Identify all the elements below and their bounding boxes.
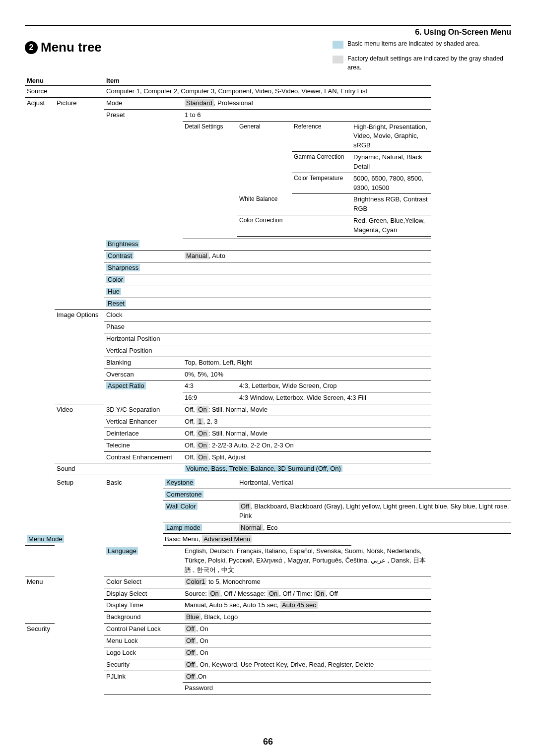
sub-picture-end xyxy=(55,298,104,310)
s-lang: Language xyxy=(104,546,183,576)
s-wall-vals: Off, Blackboard, Blackboard (Gray), Ligh… xyxy=(237,501,511,522)
sub-menu-end xyxy=(25,612,55,624)
sec-ll-vals: Off, On xyxy=(183,647,431,659)
ds-cc: Color Correction xyxy=(237,215,351,237)
sec-sec: Security xyxy=(104,659,183,671)
ds-wb: White Balance xyxy=(237,194,351,215)
legend-basic-text: Basic menu items are indicated by shaded… xyxy=(347,40,511,49)
sec-ml-vals: Off, On xyxy=(183,635,431,647)
sub-io-end xyxy=(55,392,104,404)
ds-general: General xyxy=(237,121,292,194)
io-blanking: Blanking xyxy=(104,357,183,369)
io-phase: Phase xyxy=(104,321,183,333)
sub-basic-end xyxy=(25,546,55,576)
item-mode: Mode xyxy=(104,97,183,109)
v-cenh-vals: Off, On, Split, Adjust xyxy=(183,451,431,463)
source-values: Computer 1, Computer 2, Computer 3, Comp… xyxy=(104,86,431,98)
sub-picture: Picture xyxy=(55,97,104,298)
sec-cpl-vals: Off, On xyxy=(183,624,431,635)
s-lamp: Lamp mode xyxy=(163,522,237,534)
preset-value: 1 to 6 xyxy=(183,109,431,121)
detail-settings: Detail Settings xyxy=(183,121,237,236)
v-tele-vals: Off, On: 2-2/2-3 Auto, 2-2 On, 2-3 On xyxy=(183,440,431,451)
io-aspect-43v: 4:3, Letterbox, Wide Screen, Crop xyxy=(237,380,431,392)
ds-gamma-vals: Dynamic, Natural, Black Detail xyxy=(351,152,431,173)
sub-menu: Menu xyxy=(25,576,55,612)
section-title: 6. Using On-Screen Menu xyxy=(25,28,511,37)
page-title-text: Menu tree xyxy=(41,40,102,55)
sec-pj-vals: Off,On xyxy=(183,671,431,683)
menu-source: Source xyxy=(25,86,104,98)
mode-values: Standard, Professional xyxy=(183,97,431,109)
v-venh: Vertical Enhancer xyxy=(104,416,183,428)
s-lamp-vals: Normal, Eco xyxy=(237,522,511,534)
s-corner: Cornerstone xyxy=(163,489,237,501)
v-venh-vals: Off, 1, 2, 3 xyxy=(183,416,431,428)
menu-tree-table: Menu Item Source Computer 1, Computer 2,… xyxy=(25,76,511,694)
sec-sec-vals: Off, On, Keyword, Use Protect Key, Drive… xyxy=(183,659,431,671)
s-menumode-vals: Basic Menu, Advanced Menu xyxy=(163,534,351,546)
sub-security: Security xyxy=(25,624,55,694)
ds-ct-vals: 5000, 6500, 7800, 8500, 9300, 10500 xyxy=(351,173,431,194)
sec-pj: PJLink xyxy=(104,671,183,683)
ds-reference-vals: High-Bright, Presentation, Video, Movie,… xyxy=(351,121,431,152)
item-hue: Hue xyxy=(104,286,183,298)
sub-sound: Sound xyxy=(55,463,104,475)
io-hpos: Horizontal Position xyxy=(104,333,183,345)
sec-pwd: Password xyxy=(183,683,431,694)
m-dtime: Display Time xyxy=(104,600,183,612)
v-sep-vals: Off, On: Still, Normal, Movie xyxy=(183,404,431,416)
item-brightness: Brightness xyxy=(104,239,183,250)
sub-basic: Basic xyxy=(104,477,163,546)
item-contrast: Contrast xyxy=(104,251,183,262)
item-preset: Preset xyxy=(104,109,183,239)
io-aspect-169v: 4:3 Window, Letterbox, Wide Screen, 4:3 … xyxy=(237,392,431,404)
contrast-values: Manual, Auto xyxy=(183,251,431,262)
ds-reference: Reference xyxy=(292,121,351,152)
io-overscan: Overscan xyxy=(104,369,183,380)
m-csel: Color Select xyxy=(104,576,183,588)
io-aspect-169: 16:9 xyxy=(183,392,237,404)
m-bg: Background xyxy=(104,612,183,624)
item-color: Color xyxy=(104,274,183,286)
v-deint: Deinterlace xyxy=(104,428,183,440)
io-aspect-43: 4:3 xyxy=(183,380,237,392)
sec-ll: Logo Lock xyxy=(104,647,183,659)
page-title: 2 Menu tree xyxy=(25,40,102,55)
ds-ct: Color Temperature xyxy=(292,173,351,194)
page-number: 66 xyxy=(0,737,536,747)
basic-swatch-icon xyxy=(333,41,343,49)
m-bg-vals: Blue, Black, Logo xyxy=(183,612,431,624)
s-lang-vals: English, Deutsch, Français, Italiano, Es… xyxy=(183,546,431,576)
th-item: Item xyxy=(104,76,431,86)
sub-video: Video xyxy=(55,404,104,451)
sub-video-end xyxy=(55,451,104,463)
v-sep: 3D Y/C Separation xyxy=(104,404,183,416)
sub-image-options: Image Options xyxy=(55,310,104,392)
io-overscan-vals: 0%, 5%, 10% xyxy=(183,369,431,380)
menu-adjust: Adjust xyxy=(25,97,55,534)
ds-wb-vals: Brightness RGB, Contrast RGB xyxy=(351,194,431,215)
v-deint-vals: Off, On: Still, Normal, Movie xyxy=(183,428,431,440)
legend: Basic menu items are indicated by shaded… xyxy=(333,40,511,72)
th-menu: Menu xyxy=(25,76,104,86)
ds-cc-vals: Red, Green, Blue,Yellow, Magenta, Cyan xyxy=(351,215,431,237)
sec-cpl: Control Panel Lock xyxy=(104,624,183,635)
s-keystone: Keystone xyxy=(163,477,237,489)
s-menumode: Menu Mode xyxy=(25,534,104,546)
sec-ml: Menu Lock xyxy=(104,635,183,647)
io-vpos: Vertical Position xyxy=(104,345,183,357)
step-number-icon: 2 xyxy=(25,41,38,54)
item-sharpness: Sharpness xyxy=(104,262,183,274)
default-swatch-icon xyxy=(333,56,343,63)
ds-gamma: Gamma Correction xyxy=(292,152,351,173)
v-tele: Telecine xyxy=(104,440,183,451)
s-wall: Wall Color xyxy=(163,501,237,522)
v-cenh: Contrast Enhancement xyxy=(104,451,183,463)
m-dtime-vals: Manual, Auto 5 sec, Auto 15 sec, Auto 45… xyxy=(183,600,431,612)
menu-setup: Setup xyxy=(55,477,104,694)
m-dsel-vals: Source: On, Off / Message: On, Off / Tim… xyxy=(183,588,431,600)
io-aspect: Aspect Ratio xyxy=(104,380,183,404)
io-blanking-vals: Top, Bottom, Left, Right xyxy=(183,357,431,369)
m-csel-vals: Color1 to 5, Monochrome xyxy=(183,576,431,588)
